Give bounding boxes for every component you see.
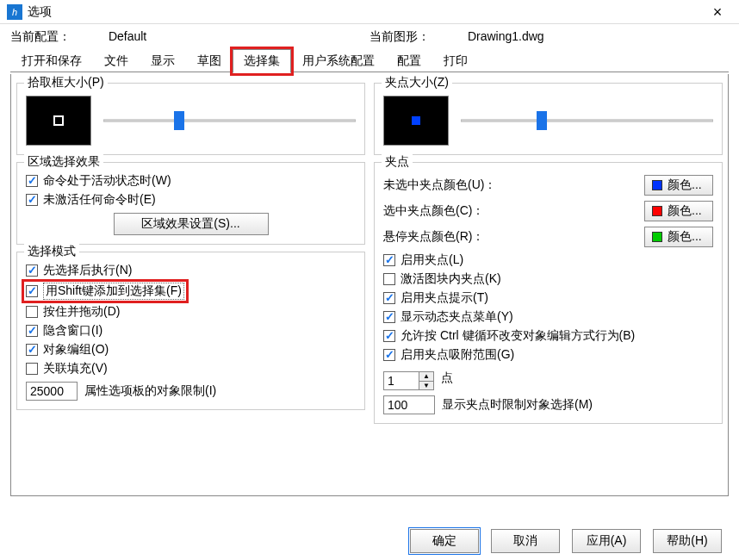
chk-no-cmd-label: 未激活任何命令时(E) [43,192,156,208]
gripsize-legend: 夹点大小(Z) [382,75,452,90]
window-title: 选项 [28,4,703,20]
chk-grip-4[interactable] [383,330,395,342]
ok-button[interactable]: 确定 [410,529,479,553]
color-unsel-label: 未选中夹点颜色(U)： [383,177,644,193]
titlebar: h 选项 × [0,0,739,24]
chk-grip-2[interactable] [383,292,395,304]
chk-implied_win-label: 隐含窗口(I) [43,323,102,339]
help-button[interactable]: 帮助(H) [653,529,722,553]
tab-7[interactable]: 打印 [432,49,479,73]
attr-palette-limit-input[interactable] [26,382,78,401]
chk-shift_add-label: 用Shift键添加到选择集(F) [43,283,184,300]
current-drawing-label: 当前图形： [370,29,430,43]
group-grip-size: 夹点大小(Z) [374,83,723,155]
chk-noun_verb-label: 先选择后执行(N) [43,263,132,278]
color-hover-button[interactable]: 颜色... [644,227,713,247]
tab-3[interactable]: 草图 [186,49,233,73]
chk-grip-0[interactable] [383,254,395,266]
group-region-effect: 区域选择效果 命令处于活动状态时(W) 未激活任何命令时(E) 区域效果设置(S… [16,162,365,245]
chk-noun_verb[interactable] [26,264,38,277]
current-profile-label: 当前配置： [10,29,71,43]
group-grips: 夹点 未选中夹点颜色(U)： 颜色... 选中夹点颜色(C)： 颜色... 悬停… [374,162,723,424]
dialog-buttons: 确定 取消 应用(A) 帮助(H) [410,529,722,553]
tabs: 打开和保存文件显示草图选择集用户系统配置配置打印 [0,48,739,72]
pickbox-legend: 拾取框大小(P) [24,75,108,90]
pickbox-preview [26,96,91,146]
tab-panel: 拾取框大小(P) 区域选择效果 命令处于活动状态时(W) 未激活任何命令时(E)… [10,74,729,496]
grip-object-limit-input[interactable] [383,395,435,414]
group-select-mode: 选择模式 先选择后执行(N)用Shift键添加到选择集(F)按住并拖动(D)隐含… [16,252,365,410]
chk-grip-3[interactable] [383,311,395,323]
tab-4[interactable]: 选择集 [233,49,291,73]
group-pickbox-size: 拾取框大小(P) [16,83,365,155]
color-unsel-button[interactable]: 颜色... [644,175,713,196]
chk-assoc_hatch[interactable] [26,363,38,375]
current-drawing-value: Drawing1.dwg [468,29,544,43]
grip-point-spinner[interactable]: ▲ ▼ [383,371,434,390]
chk-grip-1-label: 激活图块内夹点(K) [401,271,501,287]
header-row: 当前配置： Default 当前图形： Drawing1.dwg [0,24,739,45]
chk-grip-5-label: 启用夹点吸附范围(G) [401,347,514,363]
tab-6[interactable]: 配置 [386,49,432,73]
chk-no-cmd[interactable] [26,194,38,206]
chk-press_drag[interactable] [26,306,38,318]
tab-5[interactable]: 用户系统配置 [291,49,386,73]
close-icon[interactable]: × [703,4,732,20]
chk-cmd-active[interactable] [26,175,38,187]
grips-legend: 夹点 [382,154,413,170]
select-mode-legend: 选择模式 [24,244,79,259]
chk-shift_add[interactable] [26,285,38,297]
color-sel-button[interactable]: 颜色... [644,201,713,221]
grip-object-limit-label: 显示夹点时限制对象选择(M) [442,397,593,413]
app-icon: h [7,4,22,20]
cancel-button[interactable]: 取消 [491,529,560,553]
chk-grip-0-label: 启用夹点(L) [401,252,463,268]
chk-grip-1[interactable] [383,273,395,285]
region-effect-settings-button[interactable]: 区域效果设置(S)... [114,213,269,235]
chk-grip-3-label: 显示动态夹点菜单(Y) [401,309,513,325]
apply-button[interactable]: 应用(A) [572,529,641,553]
spinner-down-icon[interactable]: ▼ [419,382,433,390]
grip-point-label: 点 [441,370,453,386]
attr-palette-limit-label: 属性选项板的对象限制(I) [84,383,216,399]
chk-cmd-active-label: 命令处于活动状态时(W) [43,173,171,189]
chk-press_drag-label: 按住并拖动(D) [43,304,120,320]
tab-2[interactable]: 显示 [140,49,186,73]
current-profile-value: Default [109,29,146,43]
color-hover-label: 悬停夹点颜色(R)： [383,229,644,245]
color-sel-label: 选中夹点颜色(C)： [383,203,644,219]
tab-0[interactable]: 打开和保存 [10,49,93,73]
tab-1[interactable]: 文件 [93,49,140,73]
chk-grip-4-label: 允许按 Ctrl 键循环改变对象编辑方式行为(B) [401,328,635,344]
pickbox-size-slider[interactable] [103,111,356,130]
chk-implied_win[interactable] [26,325,38,337]
chk-grip-5[interactable] [383,349,395,361]
chk-assoc_hatch-label: 关联填充(V) [43,361,108,376]
grip-point-input[interactable] [384,372,419,389]
region-effect-legend: 区域选择效果 [24,154,103,170]
grip-preview [383,96,449,146]
chk-grip-2-label: 启用夹点提示(T) [401,290,488,306]
chk-obj_group[interactable] [26,344,38,356]
chk-obj_group-label: 对象编组(O) [43,342,109,358]
grip-size-slider[interactable] [461,111,713,130]
spinner-up-icon[interactable]: ▲ [419,372,433,382]
